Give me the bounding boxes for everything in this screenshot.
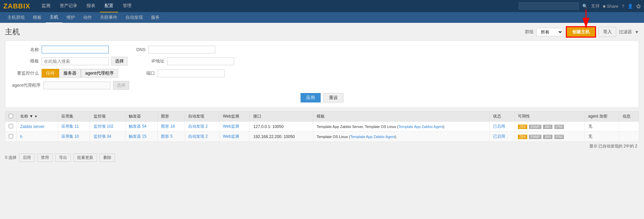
power-icon[interactable]: ⏻ <box>636 4 641 9</box>
create-host-button[interactable]: 创建主机 <box>566 26 596 38</box>
filter-actions: 应用 重设 <box>12 93 632 102</box>
filter-name-label: 名称 <box>12 47 39 53</box>
row2-status-badge: 已启用 <box>493 134 505 139</box>
row1-discovery-link[interactable]: 自动发现 2 <box>188 124 208 129</box>
share-link[interactable]: ■ Share <box>603 4 619 9</box>
reset-button[interactable]: 重设 <box>323 93 343 102</box>
enable-button[interactable]: 启用 <box>19 154 35 162</box>
row2-badge-zbx: ZBX <box>518 135 527 139</box>
nav-assets[interactable]: 资产记录 <box>55 0 82 12</box>
row2-monitor-link[interactable]: 监控项 34 <box>94 134 111 139</box>
nav-services[interactable]: 服务 <box>147 12 164 23</box>
row2-discovery-link[interactable]: 自动发现 2 <box>188 134 208 139</box>
second-navbar: 主机群组 模板 主机 维护 动作 关联事件 自动发现 服务 <box>0 12 644 23</box>
row1-template-agent-link[interactable]: Template App Zabbix Agent <box>398 125 443 129</box>
filter-port-field: 端口 <box>128 70 225 77</box>
nav-events[interactable]: 关联事件 <box>96 12 121 23</box>
filter-port-input[interactable] <box>158 70 225 77</box>
row2-applications: 应用集 10 <box>58 132 90 142</box>
filter-icon[interactable]: ▼ <box>635 30 639 35</box>
nav-reports[interactable]: 报表 <box>82 0 100 12</box>
th-triggers: 触发器 <box>125 112 158 122</box>
filter-ip-input[interactable] <box>167 57 234 65</box>
row2-trigger-link[interactable]: 触发器 15 <box>129 134 147 139</box>
group-select[interactable]: 所有 <box>536 28 563 36</box>
delete-button[interactable]: 删除 <box>100 154 115 162</box>
global-search-input[interactable] <box>519 2 579 10</box>
filter-row-4: agent代理程序 选择 <box>12 81 632 90</box>
row2-badge-ipmi: IPMI <box>554 135 564 139</box>
filter-monitor-field: 要监控什么 任何 服务器 agent代理程序 <box>12 69 118 78</box>
group-label: 群组 <box>525 29 534 35</box>
row1-graph-link[interactable]: 图形 18 <box>161 124 175 129</box>
row2-checkbox[interactable] <box>5 132 17 142</box>
row1-check[interactable] <box>9 124 13 128</box>
select-all-checkbox[interactable] <box>9 114 13 118</box>
row2-encryption: 无 <box>585 132 619 142</box>
monitor-btn-agent[interactable]: agent代理程序 <box>81 69 118 78</box>
support-link[interactable]: 支持 <box>591 3 600 9</box>
filter-agent-input[interactable] <box>43 82 110 89</box>
filter-dns-input[interactable] <box>148 46 215 53</box>
filter-template-input[interactable] <box>42 57 109 65</box>
row1-app-link[interactable]: 应用集 11 <box>61 124 79 129</box>
th-info: 信息 <box>619 112 639 122</box>
row1-monitor-link[interactable]: 监控项 102 <box>94 124 113 129</box>
monitor-btn-any[interactable]: 任何 <box>42 69 59 78</box>
filter-ip-label: IP地址 <box>138 58 164 64</box>
row2-graph-link[interactable]: 图形 5 <box>161 134 172 139</box>
row1-discovery: 自动发现 2 <box>185 122 219 132</box>
th-name[interactable]: 名称 ▼ <box>17 112 58 122</box>
import-button[interactable]: 导入 <box>599 27 616 37</box>
monitor-btn-server[interactable]: 服务器 <box>59 69 81 78</box>
hosts-table: 名称 ▼ 应用集 监控项 触发器 图形 自动发现 Web监测 接口 模板 状态 … <box>5 111 639 142</box>
row1-status-badge: 已启用 <box>493 124 505 129</box>
row1-name-link[interactable]: Zabbix server <box>20 124 45 129</box>
user-icon[interactable]: 👤 <box>628 4 633 9</box>
search-icon[interactable]: 🔍 <box>582 4 588 9</box>
batch-update-button[interactable]: 批量更新 <box>73 154 97 162</box>
row2-triggers: 触发器 15 <box>125 132 158 142</box>
template-select-button[interactable]: 选择 <box>111 57 127 65</box>
row2-app-link[interactable]: 应用集 10 <box>61 134 79 139</box>
apply-button[interactable]: 应用 <box>301 93 321 102</box>
th-graphs: 图形 <box>158 112 185 122</box>
row2-web-link[interactable]: Web监测 <box>223 134 239 139</box>
th-monitors: 监控项 <box>90 112 125 122</box>
row1-encryption: 无 <box>585 122 619 132</box>
row1-trigger-link[interactable]: 触发器 54 <box>129 124 147 129</box>
row2-status: 已启用 <box>489 132 515 142</box>
nav-monitor[interactable]: 监测 <box>37 0 55 12</box>
row1-web-link[interactable]: Web监测 <box>223 124 239 129</box>
nav-templates[interactable]: 模板 <box>29 12 46 23</box>
th-encryption: agent 加密 <box>585 112 619 122</box>
help-icon[interactable]: ? <box>622 4 624 9</box>
filter-row-2: 模板 选择 IP地址 <box>12 57 632 65</box>
filter-dns-field: DNS <box>119 46 215 53</box>
filter-name-input[interactable] <box>42 46 109 53</box>
nav-hosts[interactable]: 主机 <box>46 12 62 23</box>
nav-actions[interactable]: 动作 <box>79 12 96 23</box>
row2-monitors: 监控项 34 <box>90 132 125 142</box>
export-button[interactable]: 导出 <box>55 154 71 162</box>
th-web: Web监测 <box>219 112 250 122</box>
row2-templates: Template OS Linux (Template App Zabbix A… <box>313 132 490 142</box>
row2-name: h <box>17 132 58 142</box>
main-content: 主机 群组 所有 创建主机 导入 过滤器 ▼ <box>0 23 644 168</box>
nav-hostgroups[interactable]: 主机群组 <box>3 12 29 23</box>
table-row: h 应用集 10 监控项 34 触发器 15 图形 5 自动发现 2 Web监测… <box>5 132 639 142</box>
nav-admin[interactable]: 管理 <box>118 0 136 12</box>
row2-check[interactable] <box>9 134 13 138</box>
row2-template-agent-link[interactable]: Template App Zabbix Agent <box>350 135 395 139</box>
nav-config[interactable]: 配置 <box>100 0 118 12</box>
row1-template-text: Template App Zabbix Server, Template OS … <box>317 125 444 129</box>
row1-checkbox[interactable] <box>5 122 17 132</box>
top-nav-right: 🔍 支持 ■ Share ? 👤 ⏻ <box>519 2 641 10</box>
top-nav-items: 监测 资产记录 报表 配置 管理 <box>37 0 518 12</box>
row2-availability: ZBX SNMP JMX IPMI <box>515 132 585 142</box>
disable-button[interactable]: 禁用 <box>37 154 53 162</box>
nav-maintenance[interactable]: 维护 <box>62 12 79 23</box>
row2-name-link[interactable]: h <box>20 134 22 139</box>
nav-discovery[interactable]: 自动发现 <box>121 12 147 23</box>
table-footer: 显示 已自动发现的 2中的 2 <box>5 142 639 151</box>
